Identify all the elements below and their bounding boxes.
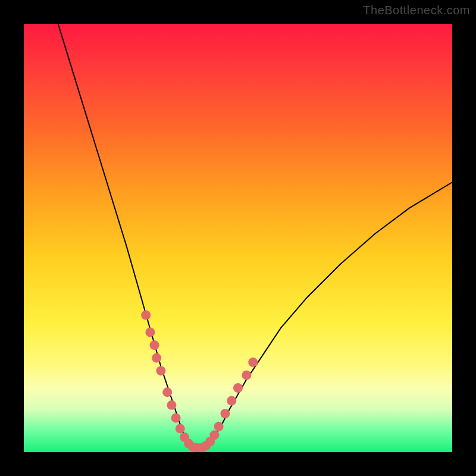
data-point <box>141 311 151 320</box>
data-point <box>248 358 258 367</box>
data-point <box>233 383 243 393</box>
chart-frame: TheBottleneck.com <box>0 0 476 476</box>
data-point <box>220 409 230 418</box>
bottleneck-curve <box>58 24 452 448</box>
data-point <box>167 400 176 410</box>
data-point <box>152 353 161 363</box>
data-point <box>156 366 165 375</box>
data-point <box>171 413 181 422</box>
data-point <box>242 370 251 380</box>
data-point <box>209 430 219 440</box>
watermark-text: TheBottleneck.com <box>363 4 470 17</box>
plot-area <box>24 24 452 452</box>
data-point <box>214 422 224 431</box>
data-point <box>145 327 155 337</box>
data-point <box>227 396 236 406</box>
data-point <box>176 424 185 433</box>
data-points-group <box>141 311 258 452</box>
data-point <box>162 387 172 397</box>
data-point <box>150 340 159 350</box>
chart-svg <box>24 24 452 452</box>
